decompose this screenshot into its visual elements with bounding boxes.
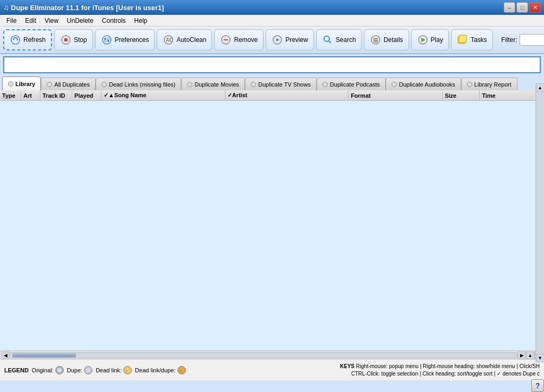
window-title: Dupe Eliminator 11.1 for iTunes [User is… [11, 4, 164, 12]
play-icon [417, 34, 429, 46]
tasks-icon [457, 34, 469, 46]
svg-line-16 [329, 41, 331, 43]
keys-line1: Right-mouse: popup menu | Right-mouse he… [356, 363, 540, 369]
legend-title: LEGEND [4, 367, 29, 373]
vscroll-down[interactable]: ▼ [536, 354, 545, 362]
col-header-played[interactable]: Played [72, 90, 101, 100]
legend-dupe: Dupe: [67, 366, 92, 374]
autoclean-button[interactable]: AC AutoClean [157, 29, 212, 50]
details-label: Details [384, 36, 403, 44]
tab-library-report[interactable]: Library Report [461, 78, 517, 90]
help-button[interactable]: ? [531, 379, 544, 392]
main-content-area[interactable] [0, 101, 544, 351]
tab-label: Duplicate TV Shows [258, 81, 311, 88]
svg-rect-24 [459, 35, 466, 42]
stop-icon [60, 34, 72, 46]
dupe-icon [84, 366, 92, 374]
svg-point-28 [87, 369, 89, 371]
svg-point-31 [178, 367, 185, 373]
legend-area: LEGEND Original: [4, 366, 340, 374]
search-button[interactable]: Search [316, 29, 362, 50]
search-label: Search [336, 36, 356, 44]
play-button[interactable]: Play [411, 29, 449, 50]
tab-library[interactable]: Library [2, 76, 41, 90]
filter-input[interactable] [520, 34, 544, 46]
autoclean-icon: AC [163, 34, 174, 46]
column-headers: TypeArtTrack IDPlayed✓▲Song Name✓ArtistF… [0, 90, 544, 101]
preferences-label: Preferences [115, 36, 149, 44]
svg-point-0 [11, 36, 20, 44]
stop-button[interactable]: Stop [54, 29, 93, 50]
tab-label: Duplicate Audiobooks [399, 81, 455, 88]
tab-duplicate-movies[interactable]: Duplicate Movies [181, 78, 245, 90]
legend-dead: Dead link: ! [96, 366, 132, 374]
col-header-trackid[interactable]: Track ID [40, 90, 72, 100]
svg-point-4 [103, 36, 111, 44]
vscroll-up[interactable]: ▲ [536, 83, 545, 92]
col-header-format[interactable]: Format [348, 90, 443, 100]
svg-rect-3 [64, 38, 67, 41]
original-icon [55, 366, 64, 374]
tab-all-duplicates[interactable]: All Duplicates [41, 78, 96, 90]
tasks-button[interactable]: Tasks [451, 29, 493, 50]
tab-dot [467, 82, 472, 87]
col-header-songname[interactable]: ✓▲Song Name [101, 90, 225, 100]
menu-controls[interactable]: Controls [98, 16, 130, 25]
search-icon [322, 34, 334, 46]
svg-text:!: ! [180, 369, 181, 373]
tab-label: Library Report [474, 81, 512, 88]
svg-point-6 [107, 40, 109, 42]
scroll-track[interactable] [10, 352, 517, 359]
tab-label: All Duplicates [54, 81, 90, 88]
play-label: Play [431, 36, 443, 44]
minimize-button[interactable]: – [504, 2, 515, 13]
close-button[interactable]: ✕ [529, 2, 541, 13]
menu-file[interactable]: File [2, 16, 21, 25]
details-button[interactable]: Details [364, 29, 409, 50]
svg-rect-20 [373, 41, 378, 42]
tab-dead-links-missing-files[interactable]: Dead Links (missing files) [96, 78, 181, 90]
tabs-bar: LibraryAll DuplicatesDead Links (missing… [0, 75, 544, 90]
dead-label: Dead link: [96, 367, 122, 373]
refresh-button[interactable]: Refresh [3, 29, 52, 50]
col-header-type[interactable]: Type [0, 90, 21, 100]
svg-point-8 [104, 40, 106, 42]
col-header-artist[interactable]: ✓Artist [225, 90, 349, 100]
tab-duplicate-podcasts[interactable]: Duplicate Podcasts [317, 78, 386, 90]
maximize-button[interactable]: □ [516, 2, 528, 13]
vertical-scrollbar: ▲ ▼ [536, 83, 544, 362]
tab-dot [187, 82, 192, 87]
scroll-thumb[interactable] [12, 353, 76, 357]
details-icon [370, 34, 381, 46]
scroll-right-arrow[interactable]: ▶ [517, 352, 526, 359]
svg-point-15 [324, 36, 329, 41]
svg-point-29 [124, 367, 131, 373]
svg-text:!: ! [126, 369, 127, 373]
tasks-label: Tasks [471, 36, 487, 44]
preview-button[interactable]: Preview [266, 29, 314, 50]
refresh-icon [10, 34, 21, 46]
status-bar: LEGEND Original: [0, 359, 544, 380]
keys-line2: CTRL-Click: toggle selection | Click hea… [351, 371, 540, 377]
tab-dot [251, 82, 256, 87]
title-bar-left: ♫ Dupe Eliminator 11.1 for iTunes [User … [3, 3, 164, 12]
autoclean-label: AutoClean [176, 36, 206, 44]
svg-rect-18 [373, 38, 378, 39]
menu-undelete[interactable]: UnDelete [63, 16, 98, 25]
tab-duplicate-audiobooks[interactable]: Duplicate Audiobooks [386, 78, 461, 90]
tab-label: Duplicate Movies [194, 81, 239, 88]
menu-view[interactable]: View [40, 16, 63, 25]
menu-help[interactable]: Help [130, 16, 152, 25]
remove-button[interactable]: Remove [214, 29, 264, 50]
scroll-left-arrow[interactable]: ◀ [1, 352, 10, 359]
col-header-art[interactable]: Art [21, 90, 40, 100]
col-header-size[interactable]: Size [443, 90, 480, 100]
remove-label: Remove [234, 36, 258, 44]
preferences-button[interactable]: Preferences [95, 29, 155, 50]
col-header-time[interactable]: Time [480, 90, 544, 100]
tab-duplicate-tv-shows[interactable]: Duplicate TV Shows [245, 78, 317, 90]
menu-edit[interactable]: Edit [21, 16, 40, 25]
app-container: ♫ Dupe Eliminator 11.1 for iTunes [User … [0, 0, 544, 392]
svg-point-26 [58, 369, 61, 371]
scroll-up-arrow[interactable]: ▲ [526, 352, 534, 359]
